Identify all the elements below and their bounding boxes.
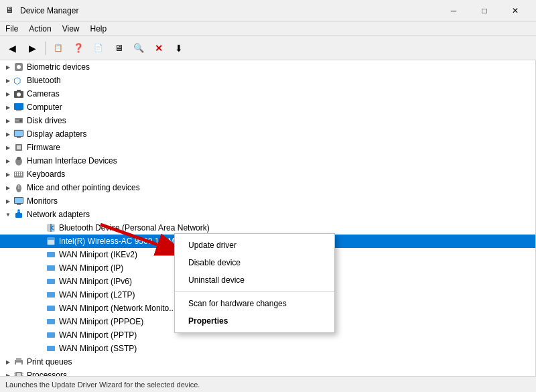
toolbar: ◀ ▶ 📋 ❓ 📄 🖥 🔍 ✕ ⬇ (0, 36, 536, 60)
tree-item-disk[interactable]: ▶ Disk drives (0, 114, 535, 127)
toolbar-properties[interactable]: 📋 (49, 39, 68, 58)
label-wan-network: WAN Miniport (Network Monito... (59, 304, 176, 313)
toolbar-help[interactable]: ❓ (69, 39, 88, 58)
main-content: ▶ Biometric devices ▶ ⬡ Bluetooth ▶ Came… (0, 60, 536, 376)
icon-processors (13, 370, 24, 376)
label-network: Network adapters (27, 210, 90, 219)
toolbar-remove[interactable]: ✕ (149, 39, 168, 58)
tree-item-network[interactable]: ▼ Network adapters (0, 208, 535, 221)
toolbar-back[interactable]: ◀ (3, 39, 21, 58)
tree-item-cameras[interactable]: ▶ Cameras (0, 87, 535, 101)
chevron-hid: ▶ (3, 155, 13, 166)
svg-rect-7 (16, 110, 21, 111)
app-icon: 🖥 (5, 5, 16, 16)
label-wan-ikev2: WAN Miniport (IKEv2) (59, 250, 137, 259)
svg-rect-31 (17, 204, 21, 205)
icon-wan-network (46, 303, 56, 314)
status-text: Launches the Update Driver Wizard for th… (5, 381, 200, 389)
context-uninstall-device[interactable]: Uninstall device (175, 271, 334, 289)
context-properties[interactable]: Properties (175, 312, 334, 330)
svg-rect-44 (47, 292, 55, 298)
svg-point-1 (17, 65, 21, 69)
icon-wan-pppoe (46, 316, 56, 327)
tree-item-keyboards[interactable]: ▶ Keyboards (0, 168, 535, 181)
icon-monitors (13, 196, 24, 206)
svg-rect-19 (15, 172, 16, 174)
label-wan-sstp: WAN Miniport (SSTP) (59, 344, 137, 353)
chevron-print: ▶ (3, 356, 13, 367)
tree-item-computer[interactable]: ▶ Computer (0, 101, 535, 114)
svg-rect-50 (16, 358, 21, 361)
svg-rect-47 (47, 332, 55, 338)
svg-rect-10 (15, 120, 19, 121)
toolbar-scan[interactable]: 🔍 (129, 39, 148, 58)
icon-mice (13, 182, 24, 193)
svg-rect-46 (47, 319, 55, 324)
svg-rect-21 (19, 172, 20, 174)
menu-action[interactable]: Action (23, 23, 56, 35)
label-firmware: Firmware (27, 143, 60, 152)
toolbar-forward[interactable]: ▶ (23, 39, 42, 58)
svg-rect-15 (17, 145, 21, 149)
chevron-disk: ▶ (3, 115, 13, 126)
context-scan-hardware[interactable]: Scan for hardware changes (175, 295, 334, 312)
icon-bluetooth: ⬡ (13, 75, 24, 86)
chevron-network: ▼ (3, 209, 13, 220)
tree-item-print[interactable]: ▶ Print queues (0, 355, 535, 369)
svg-rect-13 (17, 137, 21, 138)
tree-view[interactable]: ▶ Biometric devices ▶ ⬡ Bluetooth ▶ Came… (0, 60, 536, 376)
context-disable-device[interactable]: Disable device (175, 254, 334, 271)
svg-point-9 (19, 119, 22, 122)
icon-wan-pptp (46, 330, 56, 340)
menu-view[interactable]: View (57, 23, 85, 35)
svg-rect-48 (47, 346, 55, 351)
icon-intel (46, 236, 56, 247)
close-button[interactable]: ✕ (500, 0, 531, 21)
context-menu: Update driver Disable device Uninstall d… (174, 233, 335, 333)
svg-text:⬡: ⬡ (13, 76, 21, 86)
title-controls: ─ □ ✕ (438, 0, 531, 21)
label-monitors: Monitors (27, 196, 58, 206)
window-title: Device Manager (20, 6, 438, 15)
menu-file[interactable]: File (0, 23, 23, 35)
minimize-button[interactable]: ─ (438, 0, 469, 21)
icon-network (13, 209, 24, 220)
svg-rect-41 (47, 252, 55, 257)
toolbar-computer[interactable]: 🖥 (109, 39, 128, 58)
chevron-keyboards: ▶ (3, 169, 13, 180)
icon-bt-device (46, 222, 56, 233)
svg-rect-25 (19, 174, 20, 176)
label-wan-pppoe: WAN Miniport (PPPOE) (59, 317, 143, 326)
tree-item-processors[interactable]: ▶ Processors (0, 369, 535, 376)
svg-point-34 (17, 209, 20, 212)
icon-cameras (13, 88, 24, 99)
tree-item-hid[interactable]: ▶ Human Interface Devices (0, 154, 535, 168)
tree-item-mice[interactable]: ▶ Mice and other pointing devices (0, 181, 535, 194)
icon-wan-ikev2 (46, 249, 56, 260)
svg-rect-6 (14, 103, 23, 110)
maximize-button[interactable]: □ (469, 0, 500, 21)
toolbar-view[interactable]: 📄 (89, 39, 108, 58)
svg-rect-22 (21, 172, 22, 174)
status-bar: Launches the Update Driver Wizard for th… (0, 376, 536, 392)
icon-display (13, 129, 24, 139)
label-intel-wifi: Intel(R) Wireless-AC 9560 160MH... (59, 237, 187, 246)
icon-biometric (13, 62, 24, 72)
tree-item-display[interactable]: ▶ Display adapters (0, 127, 535, 141)
chevron-firmware: ▶ (3, 142, 13, 153)
label-hid: Human Interface Devices (27, 156, 117, 166)
chevron-display: ▶ (3, 129, 13, 139)
context-update-driver[interactable]: Update driver (175, 237, 334, 254)
toolbar-update[interactable]: ⬇ (170, 39, 188, 58)
tree-item-bluetooth-device[interactable]: Bluetooth Device (Personal Area Network) (0, 221, 535, 235)
tree-item-wan-sstp[interactable]: WAN Miniport (SSTP) (0, 342, 535, 355)
tree-item-biometric[interactable]: ▶ Biometric devices (0, 60, 535, 74)
label-mice: Mice and other pointing devices (27, 183, 140, 192)
tree-item-monitors[interactable]: ▶ Monitors (0, 194, 535, 208)
svg-point-4 (17, 92, 21, 96)
chevron-biometric: ▶ (3, 62, 13, 72)
tree-item-firmware[interactable]: ▶ Firmware (0, 141, 535, 154)
menu-help[interactable]: Help (85, 23, 113, 35)
tree-item-bluetooth[interactable]: ▶ ⬡ Bluetooth (0, 74, 535, 87)
icon-firmware (13, 142, 24, 153)
